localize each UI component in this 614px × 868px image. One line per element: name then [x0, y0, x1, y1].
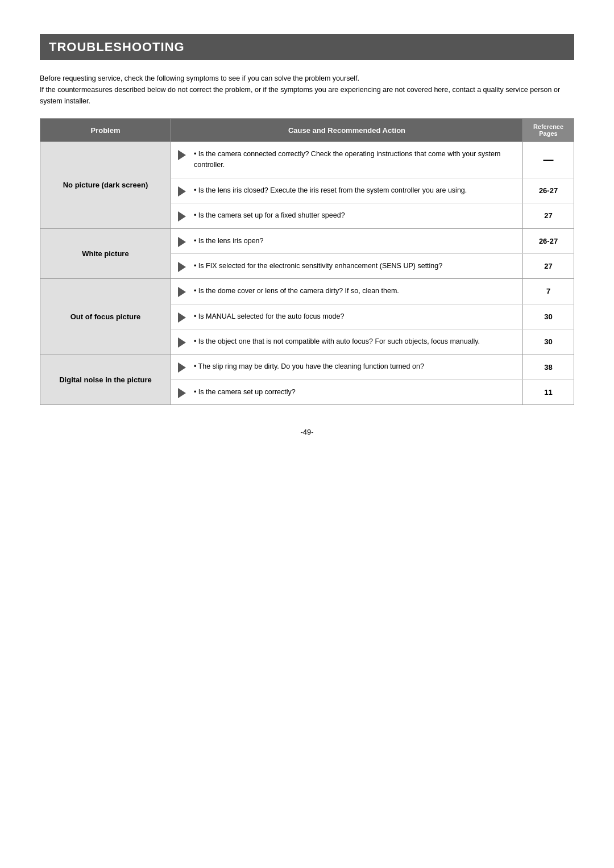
arrow-icon [171, 279, 193, 297]
ref-cell: 26-27 [523, 178, 574, 203]
intro-text: Before requesting service, check the fol… [40, 73, 574, 107]
header-problem: Problem [40, 119, 171, 142]
page-footer: -49- [40, 428, 574, 436]
arrow-icon [171, 203, 193, 222]
troubleshooting-table: Problem Cause and Recommended Action Ref… [40, 118, 574, 405]
cause-cell: • Is the dome cover or lens of the camer… [171, 279, 523, 304]
table-row: No picture (dark screen)• Is the camera … [40, 142, 574, 178]
cause-cell: • Is the lens iris open? [171, 228, 523, 253]
ref-cell: 38 [523, 354, 574, 379]
table-row: Digital noise in the picture• The slip r… [40, 354, 574, 379]
cause-cell: • Is the lens iris closed? Execute the i… [171, 178, 523, 203]
cause-cell: • Is FIX selected for the electronic sen… [171, 253, 523, 278]
cause-cell: • Is MANUAL selected for the auto focus … [171, 304, 523, 329]
arrow-icon [171, 354, 193, 373]
table-row: Out of focus picture• Is the dome cover … [40, 279, 574, 304]
cause-text: • Is the lens iris open? [193, 229, 522, 253]
cause-cell: • Is the object one that is not compatib… [171, 329, 523, 354]
ref-cell: — [523, 142, 574, 178]
header-cause: Cause and Recommended Action [171, 119, 523, 142]
ref-cell: 11 [523, 379, 574, 404]
cause-text: • Is the lens iris closed? Execute the i… [193, 178, 522, 203]
cause-text: • Is FIX selected for the electronic sen… [193, 254, 522, 278]
cause-cell: • Is the camera connected correctly? Che… [171, 142, 523, 178]
cause-text: • Is the camera connected correctly? Che… [193, 142, 522, 178]
page-title: TROUBLESHOOTING [49, 40, 185, 54]
ref-cell: 27 [523, 253, 574, 278]
arrow-icon [171, 142, 193, 160]
cause-cell: • Is the camera set up correctly? [171, 379, 523, 404]
cause-text: • Is the object one that is not compatib… [193, 329, 522, 354]
arrow-icon [171, 178, 193, 197]
cause-text: • Is the camera set up correctly? [193, 380, 522, 404]
problem-cell: Out of focus picture [40, 279, 171, 354]
arrow-icon [171, 380, 193, 398]
ref-cell: 7 [523, 279, 574, 304]
arrow-icon [171, 254, 193, 272]
ref-cell: 30 [523, 329, 574, 354]
cause-text: • The slip ring may be dirty. Do you hav… [193, 354, 522, 379]
cause-text: • Is the camera set up for a fixed shutt… [193, 203, 522, 228]
problem-cell: White picture [40, 228, 171, 279]
arrow-icon [171, 229, 193, 247]
ref-cell: 27 [523, 203, 574, 228]
ref-cell: 30 [523, 304, 574, 329]
arrow-icon [171, 329, 193, 348]
cause-cell: • The slip ring may be dirty. Do you hav… [171, 354, 523, 379]
cause-cell: • Is the camera set up for a fixed shutt… [171, 203, 523, 228]
problem-cell: No picture (dark screen) [40, 142, 171, 229]
page-title-bar: TROUBLESHOOTING [40, 34, 574, 60]
problem-cell: Digital noise in the picture [40, 354, 171, 405]
ref-cell: 26-27 [523, 228, 574, 253]
cause-text: • Is MANUAL selected for the auto focus … [193, 304, 522, 329]
table-row: White picture• Is the lens iris open?26-… [40, 228, 574, 253]
arrow-icon [171, 304, 193, 323]
cause-text: • Is the dome cover or lens of the camer… [193, 279, 522, 303]
header-ref: Reference Pages [523, 119, 574, 142]
